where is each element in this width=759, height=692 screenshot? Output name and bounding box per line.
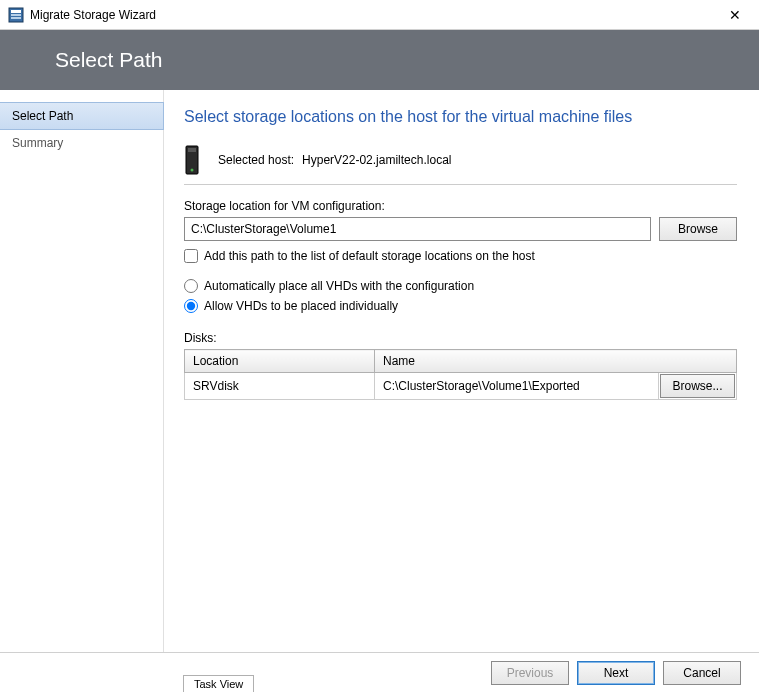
radio-auto[interactable]	[184, 279, 198, 293]
radio-individual[interactable]	[184, 299, 198, 313]
radio-auto-row[interactable]: Automatically place all VHDs with the co…	[184, 279, 737, 293]
storage-location-label: Storage location for VM configuration:	[184, 199, 737, 213]
wizard-body: Select Path Summary Select storage locat…	[0, 90, 759, 652]
cell-location: SRVdisk	[185, 373, 375, 400]
svg-rect-2	[11, 14, 21, 16]
app-icon	[8, 7, 24, 23]
page-title: Select storage locations on the host for…	[184, 108, 737, 126]
next-button[interactable]: Next	[577, 661, 655, 685]
previous-button[interactable]: Previous	[491, 661, 569, 685]
cancel-button[interactable]: Cancel	[663, 661, 741, 685]
col-location[interactable]: Location	[185, 350, 375, 373]
sidebar-item-select-path[interactable]: Select Path	[0, 102, 164, 130]
table-header-row: Location Name	[185, 350, 737, 373]
radio-individual-label: Allow VHDs to be placed individually	[204, 299, 398, 313]
sidebar: Select Path Summary	[0, 90, 164, 652]
svg-rect-5	[188, 148, 196, 152]
selected-host-row: Selected host: HyperV22-02.jamiltech.loc…	[184, 144, 737, 176]
selected-host-value: HyperV22-02.jamiltech.local	[302, 153, 451, 167]
wizard-header: Select Path	[0, 30, 759, 90]
wizard-footer: Previous Next Cancel	[0, 652, 759, 692]
radio-auto-label: Automatically place all VHDs with the co…	[204, 279, 474, 293]
svg-rect-3	[11, 17, 21, 19]
add-path-checkbox[interactable]	[184, 249, 198, 263]
svg-point-6	[191, 169, 194, 172]
storage-path-row: Browse	[184, 217, 737, 241]
wizard-title: Select Path	[55, 48, 162, 72]
cell-browse: Browse...	[659, 373, 737, 400]
server-icon	[184, 144, 200, 176]
close-icon[interactable]: ✕	[719, 3, 751, 27]
cell-name: C:\ClusterStorage\Volume1\Exported	[375, 373, 659, 400]
col-name[interactable]: Name	[375, 350, 737, 373]
add-path-checkbox-row[interactable]: Add this path to the list of default sto…	[184, 249, 737, 263]
row-browse-button[interactable]: Browse...	[660, 374, 735, 398]
storage-path-input[interactable]	[184, 217, 651, 241]
sidebar-item-summary[interactable]: Summary	[0, 130, 163, 156]
divider	[184, 184, 737, 185]
disks-label: Disks:	[184, 331, 737, 345]
browse-button[interactable]: Browse	[659, 217, 737, 241]
window-title: Migrate Storage Wizard	[30, 8, 719, 22]
titlebar: Migrate Storage Wizard ✕	[0, 0, 759, 30]
add-path-label: Add this path to the list of default sto…	[204, 249, 535, 263]
table-row[interactable]: SRVdisk C:\ClusterStorage\Volume1\Export…	[185, 373, 737, 400]
task-view-tab[interactable]: Task View	[183, 675, 254, 692]
svg-rect-1	[11, 10, 21, 13]
content-panel: Select storage locations on the host for…	[164, 90, 759, 652]
selected-host-label: Selected host:	[218, 153, 294, 167]
radio-individual-row[interactable]: Allow VHDs to be placed individually	[184, 299, 737, 313]
disks-table: Location Name SRVdisk C:\ClusterStorage\…	[184, 349, 737, 400]
